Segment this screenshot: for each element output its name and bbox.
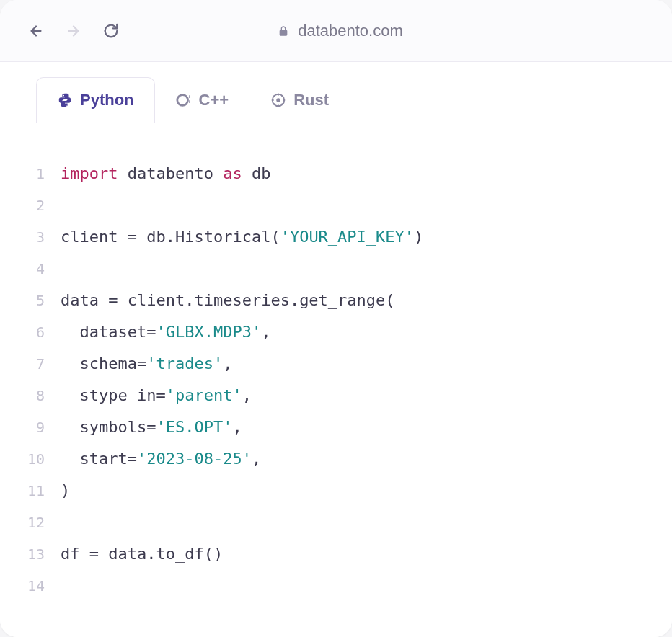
python-icon [57,92,73,108]
line-number: 3 [17,221,45,253]
line-number: 2 [17,190,45,221]
cpp-icon: ++ [176,92,192,108]
line-number: 14 [17,570,45,602]
code-content: data = client.timeseries.get_range( [61,285,395,316]
tab-label: Rust [293,91,329,110]
content-area: Python ++ C++ Rust 1import databento as … [0,62,672,637]
code-content: symbols='ES.OPT', [61,411,242,443]
code-line: 5data = client.timeseries.get_range( [17,285,655,316]
code-line: 4 [17,253,655,285]
code-content: ) [61,475,70,507]
browser-window: databento.com Python ++ C++ Rust [0,0,672,637]
line-number: 9 [17,411,45,443]
url-text: databento.com [298,22,403,40]
line-number: 6 [17,316,45,348]
code-line: 10 start='2023-08-25', [17,443,655,475]
code-content: import databento as db [61,158,270,190]
reload-icon [103,23,119,39]
code-line: 1import databento as db [17,158,655,190]
line-number: 12 [17,507,45,538]
line-number: 13 [17,538,45,570]
forward-button[interactable] [63,21,84,41]
back-button[interactable] [26,21,46,41]
arrow-left-icon [28,23,44,39]
line-number: 10 [17,443,45,475]
code-line: 3client = db.Historical('YOUR_API_KEY') [17,221,655,253]
code-content: client = db.Historical('YOUR_API_KEY') [61,221,423,253]
code-line: 2 [17,190,655,221]
code-content: schema='trades', [61,348,232,380]
code-line: 11) [17,475,655,507]
line-number: 8 [17,380,45,411]
svg-text:+: + [187,99,190,104]
code-line: 6 dataset='GLBX.MDP3', [17,316,655,348]
tabs-bar: Python ++ C++ Rust [0,62,672,123]
code-area[interactable]: 1import databento as db23client = db.His… [0,123,672,619]
code-content: dataset='GLBX.MDP3', [61,316,270,348]
code-content: df = data.to_df() [61,538,223,570]
line-number: 1 [17,158,45,190]
tab-label: Python [80,91,134,110]
arrow-right-icon [66,23,81,39]
url-bar[interactable]: databento.com [138,22,542,40]
browser-bar: databento.com [0,0,672,62]
tab-python[interactable]: Python [36,77,155,123]
code-line: 9 symbols='ES.OPT', [17,411,655,443]
line-number: 7 [17,348,45,380]
tab-rust[interactable]: Rust [249,77,350,122]
line-number: 4 [17,253,45,285]
code-line: 7 schema='trades', [17,348,655,380]
code-line: 14 [17,570,655,602]
line-number: 11 [17,475,45,507]
rust-icon [270,92,286,108]
code-line: 12 [17,507,655,538]
lock-icon [278,25,289,37]
code-content: start='2023-08-25', [61,443,261,475]
code-line: 8 stype_in='parent', [17,380,655,411]
svg-point-0 [177,95,187,106]
line-number: 5 [17,285,45,316]
nav-buttons [26,21,121,41]
reload-button[interactable] [101,21,121,41]
svg-point-4 [276,98,280,102]
code-content: stype_in='parent', [61,380,252,411]
code-line: 13df = data.to_df() [17,538,655,570]
tab-cpp[interactable]: ++ C++ [155,77,250,122]
tab-label: C++ [199,91,229,110]
